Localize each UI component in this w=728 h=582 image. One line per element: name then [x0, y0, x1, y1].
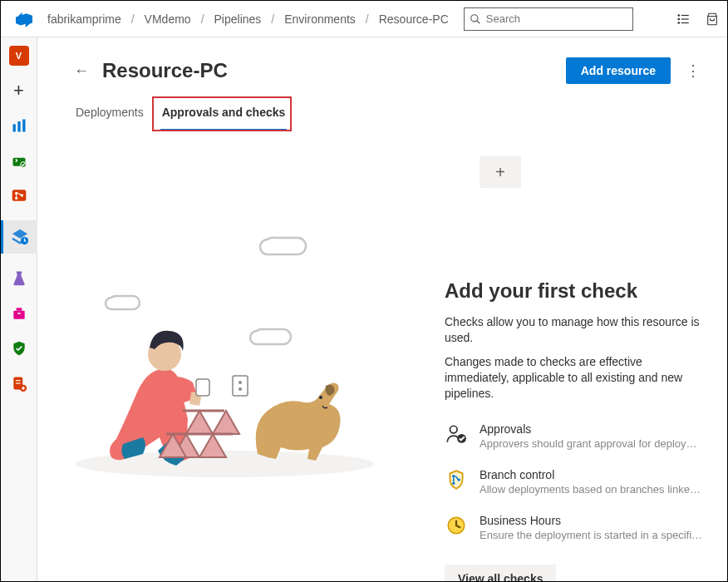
back-arrow-icon[interactable]: ← [74, 62, 89, 80]
add-check-button[interactable]: + [480, 156, 521, 188]
svg-point-42 [319, 396, 322, 399]
nav-pipelines-git-icon[interactable] [9, 185, 29, 205]
nav-environments-icon[interactable] [1, 220, 37, 254]
search-box[interactable] [464, 7, 633, 31]
tab-deployments[interactable]: Deployments [74, 101, 145, 131]
nav-repos-icon[interactable] [9, 150, 29, 170]
breadcrumb[interactable]: Environments [281, 11, 359, 27]
nav-add-icon[interactable]: + [9, 81, 29, 101]
svg-point-41 [239, 387, 242, 391]
add-resource-button[interactable]: Add resource [566, 57, 671, 84]
search-icon [470, 13, 481, 25]
nav-report-icon[interactable] [9, 373, 29, 393]
view-all-checks-button[interactable]: View all checks [445, 565, 556, 581]
main-content: ← Resource-PC Add resource ⋮ Deployments… [37, 37, 727, 581]
check-desc: Approvers should grant approval for depl… [480, 437, 704, 450]
empty-state-illustration [66, 231, 399, 497]
breadcrumb-sep: / [269, 12, 276, 26]
nav-boards-icon[interactable] [9, 116, 29, 136]
approvals-icon [445, 422, 468, 446]
svg-rect-11 [22, 120, 25, 132]
check-title: Business Hours [480, 514, 704, 527]
check-title: Branch control [480, 468, 704, 481]
check-desc: Ensure the deployment is started in a sp… [480, 529, 704, 541]
info-desc-2: Changes made to checks are effective imm… [445, 354, 704, 402]
info-panel: + Add your first check Checks allow you … [445, 156, 704, 565]
svg-rect-10 [17, 121, 20, 132]
info-desc-1: Checks allow you to manage how this reso… [445, 314, 704, 346]
svg-point-45 [452, 475, 455, 477]
shopping-bag-icon[interactable] [706, 12, 719, 27]
svg-rect-22 [17, 313, 20, 314]
breadcrumb-sep: / [364, 12, 371, 26]
tab-approvals-and-checks[interactable]: Approvals and checks [160, 101, 288, 131]
more-options-icon[interactable]: ⋮ [682, 58, 704, 83]
svg-rect-19 [16, 272, 22, 274]
breadcrumb[interactable]: Pipelines [211, 11, 265, 27]
svg-rect-38 [196, 379, 209, 396]
svg-rect-20 [13, 311, 24, 319]
breadcrumb-sep: / [199, 12, 206, 26]
left-nav: V + [1, 37, 37, 581]
check-desc: Allow deployments based on branches link… [480, 483, 704, 496]
svg-point-0 [471, 14, 478, 21]
search-input[interactable] [486, 12, 627, 25]
check-item-approvals[interactable]: Approvals Approvers should grant approva… [445, 422, 704, 450]
info-title: Add your first check [445, 279, 704, 303]
illustration-area [71, 156, 420, 565]
page-title: Resource-PC [102, 59, 228, 82]
check-title: Approvals [480, 422, 704, 436]
svg-point-6 [678, 22, 680, 23]
tabs: Deployments Approvals and checks [71, 101, 704, 131]
nav-project-icon[interactable]: V [9, 46, 29, 66]
filter-list-icon[interactable] [676, 12, 691, 27]
svg-line-1 [477, 20, 480, 23]
svg-rect-9 [12, 124, 15, 131]
breadcrumb[interactable]: fabrikamprime [44, 11, 125, 27]
nav-test-plans-icon[interactable] [9, 269, 29, 289]
svg-marker-35 [213, 411, 239, 434]
breadcrumb[interactable]: VMdemo [141, 11, 194, 27]
svg-point-40 [239, 381, 242, 384]
check-item-business-hours[interactable]: Business Hours Ensure the deployment is … [445, 514, 704, 541]
svg-point-46 [452, 482, 455, 485]
svg-point-4 [678, 18, 680, 20]
svg-rect-39 [233, 376, 248, 396]
svg-point-15 [15, 192, 17, 195]
nav-artifacts-icon[interactable] [9, 303, 29, 323]
top-bar: fabrikamprime / VMdemo / Pipelines / Env… [1, 1, 727, 37]
svg-point-16 [15, 197, 17, 200]
breadcrumb-sep: / [130, 12, 136, 26]
svg-rect-14 [12, 190, 26, 200]
check-list: Approvals Approvers should grant approva… [445, 422, 704, 541]
azure-devops-logo-icon[interactable] [14, 9, 34, 29]
svg-marker-33 [186, 411, 213, 434]
svg-point-43 [450, 427, 457, 434]
svg-rect-21 [16, 308, 22, 310]
nav-compliance-icon[interactable] [9, 338, 29, 358]
svg-point-2 [678, 14, 680, 16]
svg-marker-32 [199, 434, 226, 457]
breadcrumb[interactable]: Resource-PC [376, 11, 452, 27]
check-item-branch-control[interactable]: Branch control Allow deployments based o… [445, 468, 704, 496]
branch-control-icon [445, 468, 468, 491]
business-hours-icon [445, 514, 468, 537]
